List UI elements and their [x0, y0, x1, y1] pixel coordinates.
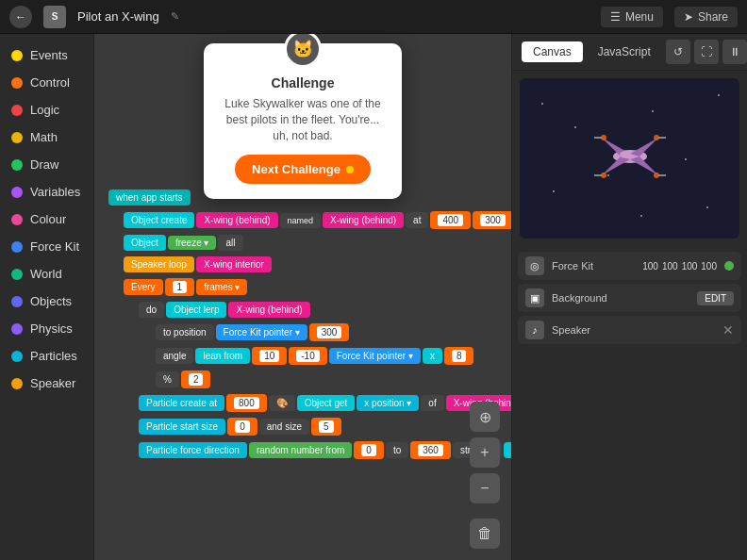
force-kit-icon: ◎ — [525, 256, 544, 275]
sidebar-item-colour[interactable]: Colour — [0, 206, 93, 233]
trash-button[interactable]: 🗑 — [470, 519, 500, 549]
sidebar: Events Control Logic Math Draw Variables… — [0, 34, 94, 560]
sidebar-item-particles[interactable]: Particles — [0, 342, 93, 370]
topbar: ← S Pilot an X-wing ✎ ☰ Menu ➤ Share — [0, 0, 747, 34]
background-name: Background — [552, 292, 689, 304]
xwing-sprite — [592, 133, 668, 184]
properties-list: ◎ Force Kit 100 100 100 100 ▣ Background… — [512, 246, 747, 350]
background-edit-button[interactable]: EDIT — [697, 291, 734, 305]
force-kit-dot — [11, 241, 23, 253]
sidebar-item-events[interactable]: Events — [0, 41, 93, 69]
fullscreen-button[interactable]: ⛶ — [694, 40, 719, 64]
prop-background: ▣ Background EDIT — [518, 284, 741, 312]
sidebar-item-label: Physics — [30, 321, 73, 336]
speaker-delete-button[interactable]: ✕ — [722, 322, 734, 338]
sidebar-item-label: Speaker — [30, 376, 75, 390]
block-every-frames[interactable]: Every 1 frames ▾ — [124, 278, 511, 296]
sidebar-item-label: Force Kit — [30, 239, 79, 254]
speaker-icon: ♪ — [525, 321, 544, 339]
prop-speaker: ♪ Speaker ✕ — [518, 316, 741, 344]
block-percent[interactable]: % 2 — [156, 371, 511, 388]
colour-dot — [11, 214, 23, 225]
zoom-in-button[interactable]: + — [470, 437, 500, 468]
force-kit-name: Force Kit — [552, 260, 635, 272]
blocks-canvas[interactable]: 🐱 Challenge Luke Skywalker was one of th… — [94, 34, 511, 560]
app-logo: S — [43, 6, 66, 28]
sidebar-item-speaker[interactable]: Speaker — [0, 370, 93, 397]
block-particle-size[interactable]: Particle start size 0 and size 5 — [139, 418, 511, 436]
share-button[interactable]: ➤ Share — [674, 7, 738, 27]
tab-javascript[interactable]: JavaScript — [587, 41, 662, 62]
sidebar-item-physics[interactable]: Physics — [0, 315, 93, 342]
right-panel: Canvas JavaScript ↺ ⛶ ⏸ — [511, 34, 747, 560]
logic-dot — [11, 105, 23, 116]
page-title: Pilot an X-wing — [77, 9, 159, 24]
sidebar-item-objects[interactable]: Objects — [0, 288, 93, 315]
sidebar-item-label: Control — [30, 75, 70, 90]
zoom-out-button[interactable]: − — [470, 473, 500, 503]
sidebar-item-label: World — [30, 267, 62, 281]
block-object-create[interactable]: Object create X-wing (behind) named X-wi… — [124, 211, 511, 229]
sidebar-item-variables[interactable]: Variables — [0, 178, 93, 206]
physics-dot — [11, 323, 23, 335]
block-particle-create[interactable]: Particle create at 800 🎨 Object get x po… — [139, 394, 511, 412]
sidebar-item-label: Logic — [30, 103, 59, 117]
sidebar-item-math[interactable]: Math — [0, 124, 93, 151]
svg-point-5 — [620, 151, 631, 158]
sidebar-item-label: Math — [30, 130, 58, 144]
force-kit-val-2: 100 — [662, 261, 678, 272]
sidebar-item-label: Events — [30, 48, 68, 62]
sidebar-item-label: Objects — [30, 294, 72, 308]
force-kit-val-3: 100 — [682, 261, 698, 272]
block-object-freeze[interactable]: Object freeze ▾ all — [124, 235, 511, 251]
force-kit-values: 100 100 100 100 — [642, 261, 717, 272]
main-layout: Events Control Logic Math Draw Variables… — [0, 34, 747, 560]
challenge-title: Challenge — [223, 75, 383, 91]
force-kit-status — [724, 261, 734, 271]
force-kit-val-4: 100 — [701, 261, 717, 272]
block-particle-force[interactable]: Particle force direction random number f… — [139, 441, 511, 459]
sidebar-item-label: Variables — [30, 185, 80, 199]
panel-tabs: Canvas JavaScript ↺ ⛶ ⏸ — [512, 34, 747, 71]
sidebar-item-draw[interactable]: Draw — [0, 151, 93, 178]
back-button[interactable]: ← — [9, 6, 32, 28]
block-angle-lean[interactable]: angle lean from 10 -10 Force Kit pointer… — [156, 347, 511, 365]
block-to-position[interactable]: to position Force Kit pointer ▾ 300 — [156, 323, 511, 341]
prop-force-kit: ◎ Force Kit 100 100 100 100 — [518, 252, 741, 280]
block-object-lerp[interactable]: do Object lerp X-wing (behind) — [139, 302, 511, 318]
refresh-button[interactable]: ↺ — [666, 40, 690, 64]
world-dot — [11, 269, 23, 280]
sidebar-item-label: Particles — [30, 349, 77, 363]
block-speaker-loop[interactable]: Speaker loop X-wing interior — [124, 256, 511, 272]
math-dot — [11, 132, 23, 143]
variables-dot — [11, 187, 23, 198]
sidebar-item-logic[interactable]: Logic — [0, 96, 93, 124]
sidebar-item-force-kit[interactable]: Force Kit — [0, 233, 93, 260]
menu-button[interactable]: ☰ Menu — [601, 7, 663, 27]
back-icon: ← — [15, 10, 26, 24]
share-icon: ➤ — [684, 10, 693, 24]
sidebar-item-label: Colour — [30, 212, 66, 226]
challenge-text: Luke Skywalker was one of the best pilot… — [223, 96, 383, 143]
panel-tab-icons: ↺ ⛶ ⏸ — [666, 40, 747, 64]
pause-button[interactable]: ⏸ — [722, 40, 747, 64]
edit-title-icon[interactable]: ✎ — [171, 10, 179, 23]
control-dot — [11, 77, 23, 89]
speaker-name: Speaker — [552, 324, 715, 336]
game-preview — [520, 78, 739, 239]
next-challenge-button[interactable]: Next Challenge — [235, 155, 371, 184]
tab-canvas[interactable]: Canvas — [522, 41, 583, 62]
recenter-button[interactable]: ⊕ — [470, 402, 500, 432]
challenge-avatar: 🐱 — [284, 34, 322, 68]
background-icon: ▣ — [525, 288, 544, 307]
objects-dot — [11, 296, 23, 307]
challenge-popup: 🐱 Challenge Luke Skywalker was one of th… — [204, 43, 402, 199]
force-kit-val-1: 100 — [642, 261, 658, 272]
speaker-dot — [11, 378, 23, 389]
sidebar-item-control[interactable]: Control — [0, 69, 93, 96]
events-dot — [11, 50, 23, 61]
sidebar-item-label: Draw — [30, 157, 58, 172]
sidebar-item-world[interactable]: World — [0, 260, 93, 288]
menu-icon: ☰ — [610, 10, 621, 24]
draw-dot — [11, 159, 23, 171]
